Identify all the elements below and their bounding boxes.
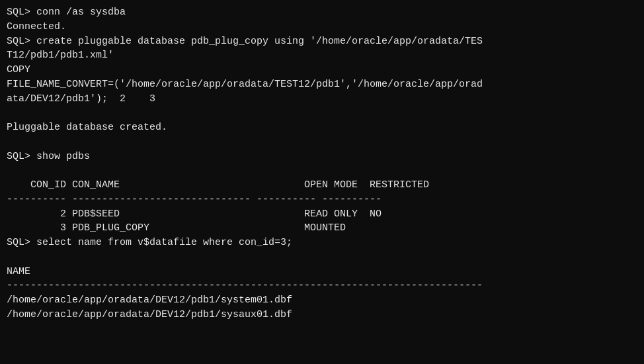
terminal-line-22: /home/oracle/app/oradata/DEV12/pdb1/sysa… [7,308,637,322]
terminal-line-11: SQL> show pdbs [7,150,637,164]
terminal-line-7: ata/DEV12/pdb1'); 2 3 [7,92,637,107]
terminal-line-10 [7,135,637,150]
terminal-line-5: COPY [7,63,637,77]
terminal-line-1: SQL> conn /as sysdba [7,5,637,20]
terminal-line-9: Pluggable database created. [7,120,637,135]
terminal-line-15: 2 PDB$SEED READ ONLY NO [7,207,637,222]
terminal-line-20: ----------------------------------------… [7,279,637,293]
terminal-line-3: SQL> create pluggable database pdb_plug_… [7,34,637,49]
terminal-line-18 [7,250,637,265]
terminal-line-21: /home/oracle/app/oradata/DEV12/pdb1/syst… [7,293,637,308]
terminal-line-8 [7,106,637,120]
terminal-line-4: T12/pdb1/pdb1.xml' [7,48,637,63]
terminal-line-12 [7,163,637,178]
terminal-line-6: FILE_NAME_CONVERT=('/home/oracle/app/ora… [7,77,637,92]
terminal-line-19: NAME [7,265,637,279]
terminal-line-17: SQL> select name from v$datafile where c… [7,236,637,250]
terminal-line-14: ---------- -----------------------------… [7,193,637,207]
terminal-line-13: CON_ID CON_NAME OPEN MODE RESTRICTED [7,178,637,193]
terminal-line-2: Connected. [7,20,637,34]
terminal-window: SQL> conn /as sysdbaConnected.SQL> creat… [0,0,644,364]
terminal-line-16: 3 PDB_PLUG_COPY MOUNTED [7,221,637,236]
